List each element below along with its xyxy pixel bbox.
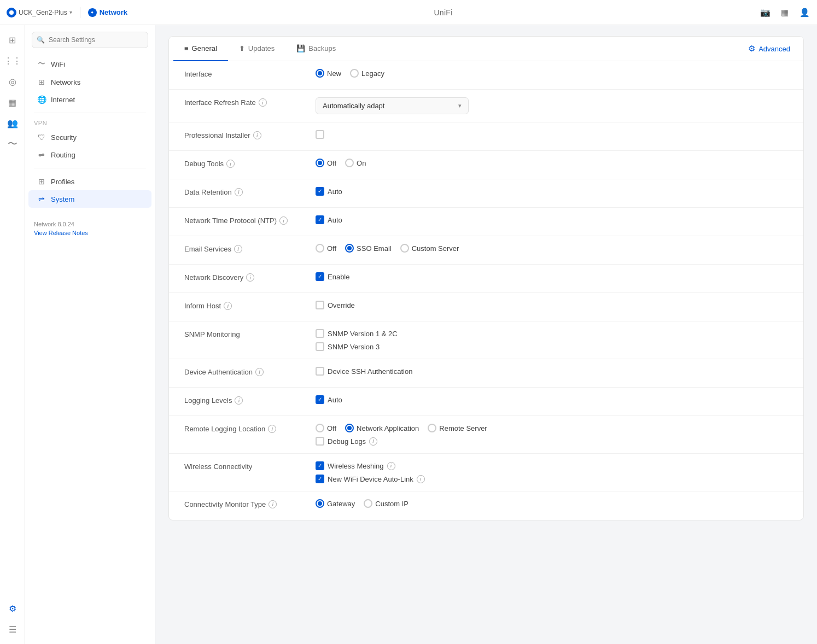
checkbox-network-discovery[interactable]: Enable	[316, 272, 349, 281]
info-icon[interactable]: i	[417, 475, 425, 483]
checkbox-debug-logs[interactable]: Debug Logs i	[316, 437, 788, 446]
checkbox-snmp-v1-2c[interactable]: SNMP Version 1 & 2C	[316, 329, 788, 338]
checkbox-button[interactable]	[316, 329, 324, 338]
checkbox-snmp-v3[interactable]: SNMP Version 3	[316, 342, 788, 351]
checkbox-button[interactable]	[316, 301, 324, 309]
list-icon[interactable]: ☰	[3, 620, 22, 639]
info-icon[interactable]: i	[246, 273, 254, 282]
checkbox-ntp[interactable]: Auto	[316, 215, 342, 224]
radio-button[interactable]	[345, 244, 354, 253]
search-input[interactable]	[32, 32, 148, 48]
grid-icon[interactable]: ▦	[779, 7, 791, 19]
radio-button[interactable]	[316, 69, 324, 78]
checkbox-button[interactable]	[316, 367, 324, 376]
topology-icon[interactable]: ⋮⋮	[3, 51, 22, 70]
info-icon[interactable]: i	[269, 500, 277, 508]
radio-group-interface: New Legacy	[316, 69, 384, 78]
radio-remote-server[interactable]: Remote Server	[428, 424, 487, 432]
sidebar-item-label: Profiles	[51, 178, 74, 186]
checkbox-button[interactable]	[316, 272, 324, 281]
info-icon[interactable]: i	[268, 425, 276, 433]
profiles-icon: ⊞	[37, 177, 46, 186]
sidebar-item-routing[interactable]: ⇌ Routing	[28, 146, 151, 163]
network-tab[interactable]: Network	[88, 8, 127, 17]
checkbox-button[interactable]	[316, 461, 324, 470]
info-icon[interactable]: i	[255, 368, 264, 376]
info-icon[interactable]: i	[235, 188, 243, 196]
sidebar-item-profiles[interactable]: ⊞ Profiles	[28, 173, 151, 190]
dashboard-icon[interactable]: ⊞	[3, 31, 22, 49]
camera-icon[interactable]: 📷	[759, 7, 771, 19]
sidebar-item-system[interactable]: ⇌ System	[28, 190, 151, 208]
tab-updates[interactable]: ⬆ Updates	[228, 37, 285, 61]
radio-new[interactable]: New	[316, 69, 341, 78]
info-icon[interactable]: i	[279, 216, 288, 225]
radio-off[interactable]: Off	[316, 424, 336, 432]
info-icon[interactable]: i	[387, 462, 395, 470]
setting-label: Data Retention i	[184, 187, 316, 196]
tab-advanced[interactable]: ⚙ Advanced	[739, 38, 799, 59]
info-icon[interactable]: i	[235, 396, 243, 405]
radio-button[interactable]	[316, 499, 324, 508]
radio-button[interactable]	[316, 159, 324, 167]
radio-button[interactable]	[316, 244, 324, 253]
checkbox-device-auth[interactable]: Device SSH Authentication	[316, 367, 412, 376]
radio-button[interactable]	[350, 69, 359, 78]
checkbox-inform-host[interactable]: Override	[316, 301, 355, 309]
sidebar-item-networks[interactable]: ⊞ Networks	[28, 73, 151, 91]
checkbox-button[interactable]	[316, 130, 324, 139]
radio-network-application[interactable]: Network Application	[345, 424, 419, 432]
target-icon[interactable]: ◎	[3, 72, 22, 91]
checkbox-button[interactable]	[316, 437, 324, 446]
setting-row-logging-levels: Logging Levels i Auto	[169, 388, 803, 416]
radio-custom-server[interactable]: Custom Server	[400, 244, 459, 253]
radio-button[interactable]	[316, 424, 324, 432]
radio-off[interactable]: Off	[316, 244, 336, 253]
info-icon[interactable]: i	[259, 98, 267, 107]
radio-custom-ip[interactable]: Custom IP	[364, 499, 408, 508]
release-notes-link[interactable]: View Release Notes	[34, 230, 88, 236]
routing-icon: ⇌	[37, 150, 46, 159]
settings-icon[interactable]: ⚙	[3, 599, 22, 618]
sidebar-item-wifi[interactable]: 〜 WiFi	[28, 55, 151, 73]
info-icon[interactable]: i	[369, 437, 377, 446]
clients-group-icon[interactable]: 👥	[3, 114, 22, 132]
divider	[80, 7, 80, 18]
info-icon[interactable]: i	[234, 245, 242, 253]
tab-backups[interactable]: 💾 Backups	[285, 37, 347, 61]
checkbox-button[interactable]	[316, 342, 324, 351]
radio-gateway[interactable]: Gateway	[316, 499, 355, 508]
info-icon[interactable]: i	[226, 160, 235, 168]
radio-on[interactable]: On	[345, 159, 366, 167]
radio-button[interactable]	[364, 499, 372, 508]
sidebar-item-security[interactable]: 🛡 Security	[28, 128, 151, 146]
setting-label: Email Services i	[184, 244, 316, 253]
info-icon[interactable]: i	[253, 131, 261, 139]
checkbox-data-retention[interactable]: Auto	[316, 187, 342, 196]
chevron-down-icon: ▾	[69, 9, 72, 15]
device-selector[interactable]: UCK_Gen2-Plus ▾	[7, 8, 72, 17]
sidebar-item-internet[interactable]: 🌐 Internet	[28, 91, 151, 108]
radio-button[interactable]	[345, 159, 354, 167]
refresh-rate-dropdown[interactable]: Automatically adapt ▾	[316, 97, 469, 114]
users-icon[interactable]: 👤	[798, 7, 810, 19]
radio-legacy[interactable]: Legacy	[350, 69, 384, 78]
checkbox-button[interactable]	[316, 475, 324, 483]
checkbox-auto-link[interactable]: New WiFi Device Auto-Link i	[316, 475, 788, 483]
tab-general[interactable]: ≡ General	[173, 37, 228, 61]
stats-icon[interactable]: ▦	[3, 93, 22, 112]
radio-sso-email[interactable]: SSO Email	[345, 244, 392, 253]
radio-button[interactable]	[345, 424, 354, 432]
checkbox-button[interactable]	[316, 187, 324, 196]
checkbox-button[interactable]	[316, 395, 324, 404]
checkbox-wireless-meshing[interactable]: Wireless Meshing i	[316, 461, 788, 470]
checkbox-professional-installer[interactable]	[316, 130, 324, 139]
info-icon[interactable]: i	[224, 302, 232, 310]
wifi-monitor-icon[interactable]: 〜	[3, 134, 22, 153]
radio-button[interactable]	[428, 424, 436, 432]
nav-group-system: ⊞ Profiles ⇌ System	[25, 173, 155, 208]
checkbox-button[interactable]	[316, 215, 324, 224]
checkbox-logging-levels[interactable]: Auto	[316, 395, 342, 404]
radio-button[interactable]	[400, 244, 409, 253]
radio-off[interactable]: Off	[316, 159, 336, 167]
